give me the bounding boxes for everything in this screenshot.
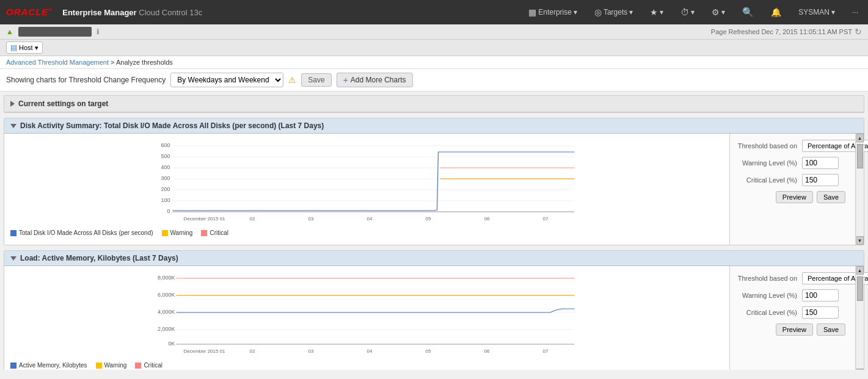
legend2-item-2: Warning — [96, 362, 127, 369]
frequency-select[interactable]: By Weekdays and Weekend — [170, 73, 283, 87]
chart2-legend: Active Memory, Kilobytes Warning Critica… — [10, 359, 723, 370]
chart1-save-button[interactable]: Save — [817, 191, 845, 203]
scroll-down-icon[interactable]: ▼ — [856, 236, 864, 245]
targets-arrow: ▾ — [629, 8, 633, 16]
history-menu[interactable]: ⏱ ▾ — [677, 5, 698, 20]
chart2-scroll-up-icon[interactable]: ▲ — [856, 266, 864, 275]
legend2-box-3 — [135, 363, 141, 369]
enterprise-icon: ▦ — [528, 7, 536, 17]
current-settings-header[interactable]: Current settings on target — [4, 96, 864, 112]
svg-text:07: 07 — [543, 348, 549, 354]
svg-text:400: 400 — [161, 164, 170, 170]
svg-text:0: 0 — [167, 208, 170, 214]
search-button[interactable]: 🔍 — [739, 4, 757, 20]
chart2-title: Load: Active Memory, Kilobytes (Last 7 D… — [20, 254, 178, 262]
chart1-critical-input[interactable] — [802, 174, 839, 186]
chart2-warning-row: Warning Level (%) — [736, 289, 858, 301]
clock-icon: ⏱ — [680, 7, 689, 17]
chart1-preview-button[interactable]: Preview — [776, 191, 813, 203]
chart1-body: 600 500 400 300 200 100 0 — [4, 134, 864, 245]
chart2-collapse-icon[interactable] — [10, 256, 16, 261]
user-arrow: ▾ — [831, 8, 835, 16]
set-arrow: ▾ — [721, 8, 725, 16]
chart1-header: Disk Activity Summary: Total Disk I/O Ma… — [4, 118, 864, 134]
chart2-svg: 8,000K 6,000K 4,000K 2,000K 0K — [10, 272, 723, 358]
host-dropdown[interactable]: ▤ Host ▾ — [6, 42, 43, 54]
list-icon: ▤ — [10, 43, 17, 52]
chart2-btn-row: Preview Save — [736, 323, 858, 336]
legend-box-2 — [162, 230, 168, 236]
notifications-button[interactable]: 🔔 — [767, 5, 785, 20]
target-up-icon: ▲ — [6, 27, 13, 36]
chart1-legend: Total Disk I/O Made Across All Disks (pe… — [10, 227, 723, 239]
svg-text:December 2015 01: December 2015 01 — [184, 216, 226, 222]
chart1-warning-input[interactable] — [802, 157, 839, 169]
toolbar-save-button[interactable]: Save — [301, 73, 331, 87]
targets-icon: ◎ — [594, 7, 602, 17]
svg-text:06: 06 — [484, 216, 490, 222]
chart2-scroll-thumb[interactable] — [857, 276, 863, 301]
chart1-collapse-icon[interactable] — [10, 124, 16, 128]
scroll-up-icon[interactable]: ▲ — [856, 134, 864, 142]
chart2-scroll-down-icon[interactable]: ▼ — [856, 369, 864, 370]
svg-text:02: 02 — [250, 348, 255, 354]
collapse-icon — [10, 101, 15, 107]
chart2-panel: Load: Active Memory, Kilobytes (Last 7 D… — [4, 250, 864, 370]
chart2-save-button[interactable]: Save — [817, 323, 845, 336]
bell-icon: 🔔 — [771, 7, 781, 17]
refresh-icon[interactable]: ↻ — [855, 27, 862, 37]
chart2-area: 8,000K 6,000K 4,000K 2,000K 0K — [4, 266, 729, 370]
chart2-scroll-track — [856, 275, 864, 368]
svg-text:500: 500 — [161, 153, 170, 159]
breadcrumb-link[interactable]: Advanced Threshold Management — [6, 59, 109, 66]
scroll-thumb[interactable] — [857, 144, 863, 168]
legend-item-2: Warning — [162, 229, 193, 236]
current-settings-panel: Current settings on target — [4, 95, 864, 113]
target-name — [18, 27, 92, 37]
search-icon: 🔍 — [742, 7, 754, 18]
chart2-header: Load: Active Memory, Kilobytes (Last 7 D… — [4, 251, 864, 266]
svg-text:04: 04 — [367, 216, 373, 222]
chart1-controls: Threshold based on Percentage of Average… — [729, 134, 864, 245]
svg-text:8,000K: 8,000K — [158, 275, 175, 281]
targets-menu[interactable]: ◎ Targets ▾ — [591, 5, 636, 20]
legend2-box-2 — [96, 363, 102, 369]
svg-text:02: 02 — [250, 216, 255, 222]
star-icon: ★ — [650, 7, 658, 17]
legend-item-3: Critical — [201, 229, 228, 236]
svg-text:05: 05 — [426, 348, 431, 354]
fav-arrow: ▾ — [660, 8, 663, 16]
chart2-scrollbar[interactable]: ▲ ▼ — [855, 266, 864, 370]
svg-text:06: 06 — [484, 348, 490, 354]
app-title: Enterprise Manager Cloud Control 13c — [62, 8, 202, 17]
showing-label: Showing charts for Threshold Change Freq… — [6, 76, 166, 84]
legend2-box-1 — [10, 363, 16, 369]
chart1-area: 600 500 400 300 200 100 0 — [4, 134, 729, 245]
toolbar: Showing charts for Threshold Change Freq… — [0, 69, 868, 92]
more-menu[interactable]: ··· — [848, 5, 862, 19]
svg-text:200: 200 — [161, 186, 170, 192]
add-charts-button[interactable]: + Add More Charts — [337, 73, 413, 87]
enterprise-menu[interactable]: ▦ Enterprise ▾ — [525, 5, 581, 20]
page-refresh-label: Page Refreshed Dec 7, 2015 11:05:11 AM P… — [711, 27, 862, 37]
svg-text:07: 07 — [543, 216, 549, 222]
warning-icon: ⚠ — [288, 75, 296, 85]
breadcrumb: Advanced Threshold Management > Analyze … — [0, 56, 868, 69]
svg-text:03: 03 — [308, 348, 314, 354]
chart2-threshold-row: Threshold based on Percentage of Average — [736, 272, 858, 284]
chart2-warning-input[interactable] — [802, 289, 839, 301]
chart2-preview-button[interactable]: Preview — [776, 323, 813, 336]
favorites-menu[interactable]: ★ ▾ — [646, 5, 667, 20]
chart1-critical-row: Critical Level (%) — [736, 174, 858, 186]
chart2-controls: Threshold based on Percentage of Average… — [729, 266, 864, 370]
chart1-threshold-row: Threshold based on Percentage of Average — [736, 140, 858, 152]
chart1-scrollbar[interactable]: ▲ ▼ — [855, 134, 864, 245]
settings-menu[interactable]: ⚙ ▾ — [708, 5, 729, 20]
user-menu[interactable]: SYSMAN ▾ — [795, 5, 839, 19]
info-icon[interactable]: ℹ — [97, 27, 100, 36]
chart2-body: 8,000K 6,000K 4,000K 2,000K 0K — [4, 266, 864, 370]
legend2-item-1: Active Memory, Kilobytes — [10, 362, 87, 369]
chart2-critical-input[interactable] — [802, 306, 839, 319]
panel-title: Current settings on target — [18, 99, 108, 108]
svg-text:600: 600 — [161, 142, 170, 148]
